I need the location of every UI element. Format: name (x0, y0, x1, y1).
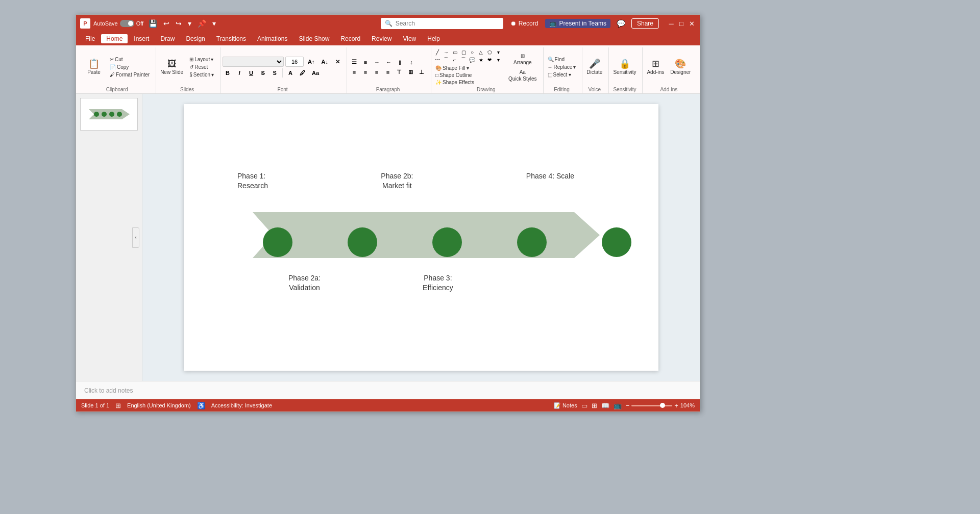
zoom-out-button[interactable]: − (626, 402, 630, 409)
line-spacing-button[interactable]: ↕ (406, 58, 416, 66)
undo-icon[interactable]: ↩ (161, 18, 172, 29)
close-button[interactable]: ✕ (688, 19, 696, 28)
quick-styles-button[interactable]: Aa Quick Styles (506, 68, 539, 83)
present-teams-button[interactable]: 📺 Present in Teams (545, 19, 610, 28)
rounded-rect-shape[interactable]: ▢ (459, 48, 468, 56)
align-left-button[interactable]: ≡ (349, 68, 359, 76)
pentagon-shape[interactable]: ⬠ (485, 48, 494, 56)
save-icon[interactable]: 💾 (146, 18, 159, 29)
menu-record[interactable]: Record (335, 34, 365, 43)
dictate-button[interactable]: 🎤 Dictate (584, 58, 604, 76)
heart-shape[interactable]: ❤ (485, 56, 494, 63)
shape-fill-button[interactable]: 🎨 Shape Fill ▾ (433, 65, 502, 71)
zoom-slider[interactable] (631, 405, 672, 406)
normal-view-button[interactable]: ▭ (581, 402, 587, 409)
underline-button[interactable]: U (246, 69, 256, 77)
slide-view-icon[interactable]: ⊞ (115, 402, 121, 409)
font-color-button[interactable]: A (285, 69, 296, 77)
align-bottom-button[interactable]: ⊥ (416, 68, 427, 76)
menu-slideshow[interactable]: Slide Show (293, 34, 334, 43)
zoom-in-button[interactable]: + (674, 402, 678, 409)
align-middle-button[interactable]: ⊞ (405, 68, 415, 76)
clear-format-button[interactable]: ✕ (332, 58, 342, 66)
more-icon[interactable]: ▾ (210, 18, 218, 29)
indent-more-button[interactable]: → (372, 58, 382, 66)
menu-help[interactable]: Help (422, 34, 445, 43)
notes-button[interactable]: 📝 Notes (554, 402, 577, 409)
highlight-button[interactable]: 🖊 (297, 69, 308, 77)
rect-shape[interactable]: ▭ (451, 48, 459, 56)
menu-animations[interactable]: Animations (252, 34, 292, 43)
menu-file[interactable]: File (80, 34, 100, 43)
curve-shape[interactable]: ⌒ (442, 56, 450, 63)
paste-button[interactable]: 📋 Paste (82, 58, 106, 76)
minimize-button[interactable]: ─ (667, 19, 675, 28)
numbered-list-button[interactable]: ≡ (360, 58, 371, 66)
copy-button[interactable]: 📄 Copy (108, 64, 152, 70)
layout-button[interactable]: ⊞ Layout ▾ (187, 56, 216, 63)
triangle-shape[interactable]: △ (477, 48, 485, 56)
cut-button[interactable]: ✂ Cut (108, 56, 152, 63)
oval-shape[interactable]: ○ (468, 48, 476, 56)
accessibility-icon[interactable]: ♿ (197, 402, 205, 409)
menu-design[interactable]: Design (181, 34, 210, 43)
comment-icon[interactable]: 💬 (615, 18, 627, 29)
redo-icon[interactable]: ↪ (174, 18, 184, 29)
presenter-view-button[interactable]: 📺 (614, 402, 622, 409)
line-shape[interactable]: ╱ (433, 48, 442, 56)
font-decrease-button[interactable]: A↓ (319, 58, 331, 66)
arrange-button[interactable]: ⊞ Arrange (511, 52, 534, 66)
align-center-button[interactable]: ≡ (360, 68, 371, 76)
arrow-shape[interactable]: → (442, 48, 450, 56)
customize-icon[interactable]: ▾ (186, 18, 193, 29)
justify-button[interactable]: ≡ (383, 68, 393, 76)
reset-button[interactable]: ↺ Reset (187, 64, 216, 70)
more-shapes2[interactable]: ▾ (494, 56, 502, 63)
menu-insert[interactable]: Insert (129, 34, 154, 43)
strikethrough-button[interactable]: S (258, 69, 268, 77)
menu-view[interactable]: View (398, 34, 421, 43)
font-family-select[interactable] (223, 57, 284, 67)
notes-area[interactable]: Click to add notes (76, 381, 700, 399)
menu-transitions[interactable]: Transitions (211, 34, 251, 43)
search-bar[interactable]: 🔍 (381, 18, 503, 29)
main-slide-area[interactable]: Phase 1:Research Phase 2b:Market fit Pha… (142, 94, 700, 381)
bold-button[interactable]: B (223, 69, 233, 77)
format-painter-button[interactable]: 🖌 Format Painter (108, 71, 152, 78)
shadow-button[interactable]: S (270, 69, 280, 77)
replace-button[interactable]: ↔ Replace ▾ (546, 64, 578, 70)
record-button[interactable]: ⏺ Record (507, 19, 542, 28)
share-button[interactable]: Share (631, 18, 659, 29)
autosave-toggle[interactable] (120, 20, 134, 27)
new-slide-button[interactable]: 🖼 New Slide (158, 58, 185, 76)
maximize-button[interactable]: □ (677, 19, 685, 28)
menu-review[interactable]: Review (366, 34, 397, 43)
designer-button[interactable]: 🎨 Designer (668, 58, 693, 76)
elbow-shape[interactable]: ⌒ (459, 56, 468, 63)
star-shape[interactable]: ★ (477, 56, 485, 63)
italic-button[interactable]: I (234, 69, 244, 77)
shape-outline-button[interactable]: □ Shape Outline (433, 72, 502, 79)
bullet-list-button[interactable]: ☰ (349, 58, 359, 66)
callout-shape[interactable]: 💬 (468, 56, 476, 63)
select-button[interactable]: ⬚ Select ▾ (546, 71, 578, 78)
addins-button[interactable]: ⊞ Add-ins (645, 58, 666, 76)
pin-icon[interactable]: 📌 (195, 18, 208, 29)
slide-sorter-button[interactable]: ⊞ (592, 402, 597, 409)
freeform-shape[interactable]: 〰 (433, 56, 442, 63)
sensitivity-button[interactable]: 🔒 Sensitivity (611, 58, 638, 76)
align-top-button[interactable]: ⊤ (394, 68, 404, 76)
indent-less-button[interactable]: ← (383, 58, 394, 66)
search-input[interactable] (396, 20, 499, 27)
align-right-button[interactable]: ≡ (372, 68, 382, 76)
shape-effects-button[interactable]: ✨ Shape Effects (433, 79, 502, 86)
columns-button[interactable]: ⫿ (395, 58, 405, 66)
font-size-input[interactable] (285, 57, 304, 67)
text-size-button[interactable]: Aa (309, 69, 322, 77)
reading-view-button[interactable]: 📖 (601, 402, 609, 409)
find-button[interactable]: 🔍 Find (546, 56, 578, 63)
menu-home[interactable]: Home (101, 34, 128, 43)
slide-canvas[interactable]: Phase 1:Research Phase 2b:Market fit Pha… (184, 104, 658, 371)
connector-shape[interactable]: ⌐ (451, 56, 459, 63)
thumbnail-1[interactable] (76, 94, 142, 135)
